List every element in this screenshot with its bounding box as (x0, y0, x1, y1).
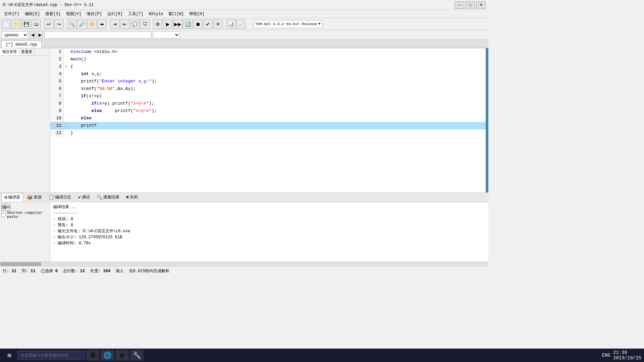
output-line-5: - 输出文件名: D:\A\C语言文件\L6.exe (53, 228, 486, 234)
new-file-button[interactable]: 📄 (1, 19, 11, 29)
output-line-2: ---------- (53, 210, 486, 216)
search-scope-dropdown[interactable] (153, 31, 180, 39)
status-parse-time: 在0.015秒内完成解析 (129, 268, 169, 274)
main-area: 项目管理 查看类 1 #include <stdio.h> 2 main() 3… (0, 48, 488, 192)
scope-dropdown[interactable]: (globals) (1, 31, 28, 39)
shorten-compiler-label: Shorten compiler paths (7, 211, 49, 219)
bottom-tab-search[interactable]: 🔍 搜索结果 (94, 193, 122, 201)
line-fold-6 (64, 85, 69, 93)
line-fold-8 (64, 100, 69, 107)
code-line-5: 5 printf("Enter integer x,y:"); (50, 78, 486, 85)
bottom-content: 编H Shorten compiler paths 编译结果... ------… (0, 202, 488, 261)
title-bar: D:\A\C语言文件\daka5.cpp - Dev-C++ 5.11 ─ □ … (0, 0, 488, 10)
uncomment-button[interactable]: 🗨 (140, 19, 150, 29)
compiler-name: TDM-GCC 4.9.2 64-bit Release (255, 22, 317, 26)
line-fold-4 (64, 70, 69, 78)
compile-button[interactable]: ⚙ (153, 19, 162, 29)
line-fold-11 (64, 122, 69, 129)
sidebar-tab-classes[interactable]: 查看类 (19, 48, 35, 55)
code-editor[interactable]: 1 #include <stdio.h> 2 main() 3 ⊟ { 4 in… (50, 48, 486, 192)
window-title: D:\A\C语言文件\daka5.cpp - Dev-C++ 5.11 (3, 2, 94, 8)
compile-run-button[interactable]: ▶▶ (173, 19, 182, 29)
right-accent-bar (486, 48, 488, 192)
menu-help[interactable]: 帮助[H] (186, 10, 207, 17)
goto-button[interactable]: ➡ (97, 19, 107, 29)
code-line-2: 2 main() (50, 56, 486, 63)
output-line-6: - 输出大小: 128.2705078125 KiB (53, 234, 486, 240)
line-fold-10 (64, 115, 69, 122)
menu-project[interactable]: 项目[P] (84, 10, 105, 17)
line-content-5: printf("Enter integer x,y:"); (69, 78, 486, 85)
minimize-button[interactable]: ─ (455, 1, 464, 9)
menu-astyle[interactable]: AStyle (146, 11, 166, 17)
line-content-11: printf (69, 122, 486, 129)
line-num-9: 9 (50, 107, 64, 115)
undo-button[interactable]: ↩ (44, 19, 54, 29)
line-fold-5 (64, 78, 69, 85)
line-num-3: 3 (50, 63, 64, 70)
run-button[interactable]: ▶ (163, 19, 172, 29)
shorten-compiler-option: Shorten compiler paths (1, 211, 49, 219)
line-num-5: 5 (50, 78, 64, 85)
menu-window[interactable]: 窗口[W] (166, 10, 186, 17)
close-button[interactable]: ✕ (476, 1, 486, 9)
replace-button[interactable]: 🔎 (77, 19, 87, 29)
menu-view[interactable]: 视图[V] (63, 10, 84, 17)
line-content-9: else printf("x<y\n"); (69, 107, 486, 115)
close-tab-button[interactable]: ✕ (213, 19, 223, 29)
menu-search[interactable]: 搜索[S] (43, 10, 63, 17)
line-num-12: 12 (50, 129, 64, 137)
close-tab-icon: ✖ (126, 194, 129, 200)
log-tab-label: 编译日志 (55, 194, 71, 200)
debug-tab-icon: ✔ (78, 194, 80, 200)
maximize-button[interactable]: □ (466, 1, 475, 9)
check-button[interactable]: ✔ (203, 19, 213, 29)
output-line-4: - 警告: 0 (53, 222, 486, 228)
bottom-tab-close[interactable]: ✖ 关闭 (123, 193, 141, 201)
line-num-7: 7 (50, 93, 64, 100)
bottom-tab-debug[interactable]: ✔ 调试 (75, 193, 93, 201)
stop-button[interactable]: ⏹ (193, 19, 203, 29)
redo-button[interactable]: ↪ (54, 19, 64, 29)
bottom-tab-resources[interactable]: 📦 资源 (24, 193, 45, 201)
horizontal-scroll-thumb[interactable] (1, 262, 41, 266)
next-nav-button[interactable]: ▶ (37, 31, 43, 39)
line-content-2: main() (69, 56, 486, 63)
sidebar-tabs: 项目管理 查看类 (0, 48, 50, 56)
log-tab-icon: 📋 (48, 194, 54, 200)
line-num-2: 2 (50, 56, 64, 63)
save-all-button[interactable]: 🗂 (32, 19, 41, 29)
comment-button[interactable]: 💬 (130, 19, 140, 29)
compile-widget-button[interactable]: 编H (1, 203, 10, 211)
unindent-button[interactable]: ⇤ (120, 19, 129, 29)
menu-run[interactable]: 运行[R] (105, 10, 125, 17)
sidebar-tab-project[interactable]: 项目管理 (0, 48, 19, 55)
rebuild-button[interactable]: 🔄 (183, 19, 193, 29)
menu-file[interactable]: 文件[F] (1, 10, 22, 17)
line-num-1: 1 (50, 48, 64, 56)
code-area: 1 #include <stdio.h> 2 main() 3 ⊟ { 4 in… (50, 48, 486, 137)
code-line-3: 3 ⊟ { (50, 63, 486, 70)
line-num-11: 11 (50, 122, 64, 129)
find-button[interactable]: 🔆 (87, 19, 97, 29)
line-fold-1 (64, 48, 69, 56)
bottom-tab-log[interactable]: 📋 编译日志 (45, 193, 74, 201)
prev-nav-button[interactable]: ◀ (30, 31, 36, 39)
status-total: 总行数: 12 (63, 268, 85, 274)
indent-button[interactable]: ⇥ (110, 19, 119, 29)
search-button[interactable]: 🔍 (67, 19, 76, 29)
save-file-button[interactable]: 💾 (21, 19, 31, 29)
profile-button[interactable]: 📈 (236, 19, 246, 29)
file-tab[interactable]: [*] daka5.cpp (1, 41, 42, 48)
menu-tools[interactable]: 工具[T] (125, 10, 146, 17)
horizontal-scroll-track[interactable] (1, 262, 488, 266)
menu-edit[interactable]: 编辑[E] (22, 10, 43, 17)
compiler-selector[interactable]: TDM-GCC 4.9.2 64-bit Release ▼ (254, 20, 322, 28)
shorten-compiler-checkbox[interactable] (1, 213, 6, 217)
chart-button[interactable]: 📊 (226, 19, 235, 29)
function-search-input[interactable] (44, 31, 152, 39)
code-line-1: 1 #include <stdio.h> (50, 48, 486, 56)
bottom-tab-compiler[interactable]: ⚙ 编译器 (1, 193, 23, 201)
open-file-button[interactable]: 📁 (11, 19, 21, 29)
toolbar: 📄 📁 💾 🗂 ↩ ↪ 🔍 🔎 🔆 ➡ ⇥ ⇤ 💬 🗨 ⚙ ▶ ▶▶ 🔄 ⏹ ✔… (0, 18, 488, 30)
